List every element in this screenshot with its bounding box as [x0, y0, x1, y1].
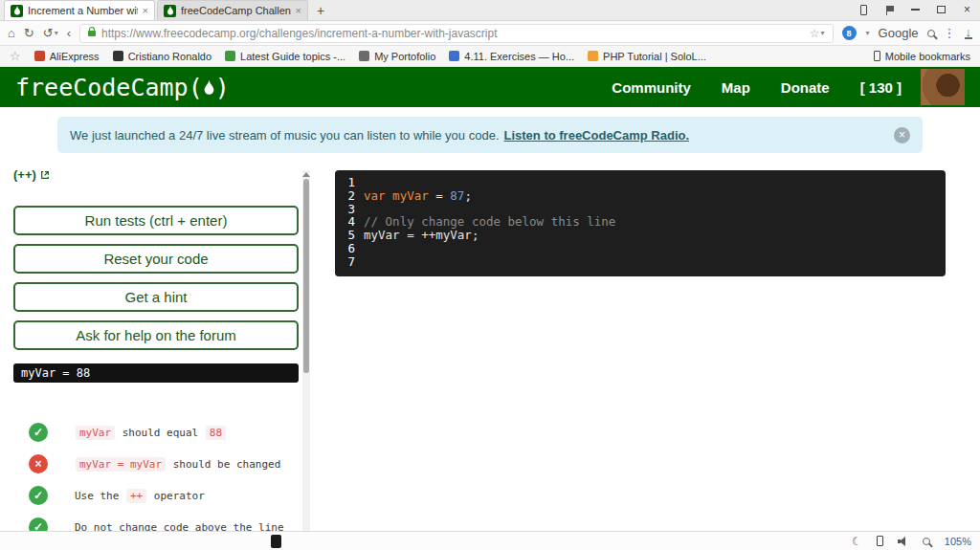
tab-strip: Increment a Number with Jav×freeCodeCamp… — [4, 0, 310, 20]
send-to-device-icon[interactable] — [851, 0, 877, 20]
bookmarks-star-icon[interactable]: ☆ — [10, 49, 21, 63]
code-editor[interactable]: 12var myVar = 87;34// Only change code b… — [335, 170, 946, 276]
bookmark-label: 4.11. Exercises — Ho... — [464, 51, 574, 62]
bookmark-favicon-icon — [34, 51, 45, 61]
tab-close-icon[interactable]: × — [143, 5, 148, 16]
bookmarks-bar: ☆ AliExpressCristiano RonaldoLatest Guid… — [0, 46, 980, 67]
flag-icon[interactable] — [877, 0, 902, 20]
search-engine-caret-icon[interactable]: ▾ — [866, 29, 870, 37]
challenge-title-link[interactable]: (++) — [13, 167, 50, 182]
phone-icon — [860, 5, 867, 15]
address-bar: ⌂ ↻ ↺▾ ‹ https://www.freecodecamp.org/ch… — [0, 21, 980, 46]
refresh-button[interactable]: ↻ — [24, 26, 34, 40]
search-icon — [927, 30, 935, 37]
challenge-link-text: (++) — [13, 167, 36, 182]
back-button[interactable]: ‹ — [67, 26, 71, 40]
editor-line[interactable]: 2var myVar = 87; — [335, 189, 946, 203]
external-link-icon — [40, 170, 50, 180]
status-bar: ☾ 105% — [0, 531, 980, 550]
bookmark-item[interactable]: My Portofolio — [359, 51, 435, 62]
zoom-level[interactable]: 105% — [945, 536, 971, 547]
tab-title: Increment a Number with Jav — [28, 5, 138, 16]
browser-tab[interactable]: freeCodeCamp Challenge Gui× — [157, 0, 308, 20]
logo-paren-close: ) — [215, 74, 230, 101]
vertical-scrollbar[interactable] — [302, 170, 310, 531]
line-number: 5 — [335, 229, 364, 242]
minimize-button[interactable] — [902, 0, 928, 20]
sidebar-action-button[interactable]: Run tests (ctrl + enter) — [13, 206, 299, 235]
header-nav-item[interactable]: [ 130 ] — [860, 79, 902, 96]
inline-code: ++ — [126, 489, 146, 503]
header-nav-item[interactable]: Community — [612, 79, 691, 96]
mobile-bookmarks-label: Mobile bookmarks — [885, 51, 970, 62]
test-pass-icon: ✓ — [29, 486, 48, 505]
code-text: // Only change code below this line — [364, 215, 615, 229]
console-output: myVar = 88 — [13, 363, 299, 383]
banner-link[interactable]: Listen to freeCodeCamp Radio. — [504, 128, 690, 143]
tab-bar: Increment a Number with Jav×freeCodeCamp… — [0, 0, 980, 21]
editor-line[interactable]: 7 — [335, 255, 946, 269]
chevron-down-icon: ▾ — [821, 29, 825, 37]
undo-button[interactable]: ↺▾ — [43, 26, 58, 40]
device-icon[interactable] — [877, 536, 883, 546]
search-button[interactable] — [927, 30, 935, 37]
taskbar-app-icon[interactable] — [271, 535, 281, 548]
volume-icon[interactable] — [898, 537, 908, 546]
blue-badge-icon[interactable]: 8 — [842, 26, 857, 40]
bookmark-item[interactable]: Latest Guide topics -... — [225, 51, 345, 62]
downloads-button[interactable]: ↓ — [965, 27, 973, 39]
bookmark-item[interactable]: 4.11. Exercises — Ho... — [449, 51, 574, 62]
editor-line[interactable]: 1 — [335, 176, 946, 189]
bookmark-item[interactable]: PHP Tutorial | SoloL... — [588, 51, 706, 62]
test-result-text: Do not change code above the line — [75, 519, 284, 532]
night-mode-icon[interactable]: ☾ — [852, 535, 862, 548]
bookmark-label: My Portofolio — [374, 51, 435, 62]
header-nav-item[interactable]: Donate — [781, 79, 830, 96]
sidebar-action-button[interactable]: Get a hint — [13, 282, 299, 312]
close-window-button[interactable]: × — [954, 0, 980, 20]
home-button[interactable]: ⌂ — [8, 26, 15, 40]
sidebar-action-button[interactable]: Reset your code — [13, 244, 299, 274]
test-result-row: ✓Use the ++ operator — [13, 486, 302, 505]
editor-line[interactable]: 3 — [335, 203, 946, 216]
freecodecamp-favicon-icon — [164, 5, 176, 17]
editor-line[interactable]: 4// Only change code below this line — [335, 215, 946, 229]
editor-line[interactable]: 6 — [335, 242, 946, 255]
avatar[interactable] — [921, 69, 965, 105]
scrollbar-up-arrow-icon[interactable] — [302, 172, 310, 177]
bookmark-label: PHP Tutorial | SoloL... — [603, 51, 706, 62]
freecodecamp-favicon-icon — [11, 5, 23, 17]
editor-line[interactable]: 5myVar = ++myVar; — [335, 229, 946, 242]
bookmark-star-button[interactable]: ☆▾ — [810, 27, 825, 40]
header-nav-item[interactable]: Map — [722, 79, 750, 96]
bookmark-item[interactable]: Cristiano Ronaldo — [113, 51, 212, 62]
scrollbar-thumb[interactable] — [303, 179, 309, 373]
tab-title: freeCodeCamp Challenge Gui — [181, 5, 291, 16]
bookmark-favicon-icon — [588, 51, 598, 61]
test-pass-icon: ✓ — [29, 423, 48, 442]
line-number: 3 — [335, 203, 364, 216]
tab-close-icon[interactable]: × — [296, 5, 301, 16]
test-pass-icon: ✓ — [29, 517, 48, 531]
mobile-bookmarks-button[interactable]: Mobile bookmarks — [874, 51, 970, 62]
zoom-icon[interactable] — [923, 538, 930, 545]
freecodecamp-logo[interactable]: freeCodeCamp() — [15, 74, 230, 101]
window-controls: × — [851, 0, 980, 20]
test-result-row: ✓myVar should equal 88 — [13, 423, 302, 442]
code-text: var myVar = 87; — [364, 189, 472, 203]
flame-icon — [203, 74, 215, 101]
menu-button[interactable]: ⋮ — [944, 26, 956, 40]
url-field[interactable]: https://www.freecodecamp.org/challenges/… — [79, 24, 834, 43]
banner-close-button[interactable]: × — [894, 127, 910, 143]
search-engine-label[interactable]: Google — [879, 26, 919, 40]
bookmark-item[interactable]: AliExpress — [34, 51, 100, 62]
test-result-text: Use the ++ operator — [75, 488, 205, 504]
bookmarks-list: AliExpressCristiano RonaldoLatest Guide … — [34, 51, 706, 62]
maximize-button[interactable] — [928, 0, 954, 20]
browser-tab[interactable]: Increment a Number with Jav× — [4, 0, 155, 20]
test-result-row: ×myVar = myVar should be changed — [13, 454, 302, 473]
url-text[interactable]: https://www.freecodecamp.org/challenges/… — [101, 27, 498, 40]
maximize-icon — [937, 6, 946, 13]
new-tab-button[interactable]: + — [310, 1, 331, 20]
sidebar-action-button[interactable]: Ask for help on the forum — [13, 320, 299, 350]
